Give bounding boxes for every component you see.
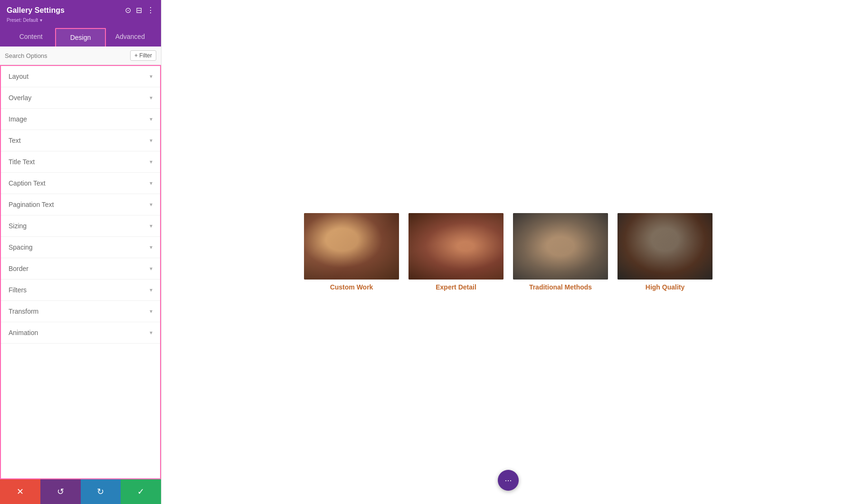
capture-icon[interactable]: ⊙ (125, 6, 131, 15)
sidebar-options-container: Layout ▾ Overlay ▾ Image ▾ Text ▾ Title … (0, 65, 161, 479)
gallery-caption-high-quality: High Quality (646, 283, 684, 291)
undo-button[interactable]: ↺ (40, 479, 81, 504)
sidebar-preset[interactable]: Preset: Default ▾ (7, 17, 154, 23)
tab-advanced[interactable]: Advanced (106, 28, 154, 47)
sidebar-bottom-bar: ✕ ↺ ↻ ✓ (0, 479, 161, 504)
chevron-down-icon: ▾ (150, 287, 152, 293)
chevron-down-icon: ▾ (150, 265, 152, 272)
sidebar-tabs: Content Design Advanced (7, 28, 154, 47)
gallery-caption-expert-detail: Expert Detail (436, 283, 476, 291)
option-overlay[interactable]: Overlay ▾ (1, 87, 160, 109)
option-filters[interactable]: Filters ▾ (1, 280, 160, 301)
preset-arrow-icon: ▾ (40, 18, 42, 23)
fab-button[interactable]: ··· (498, 470, 519, 491)
cancel-button[interactable]: ✕ (0, 479, 40, 504)
save-button[interactable]: ✓ (121, 479, 161, 504)
option-border[interactable]: Border ▾ (1, 258, 160, 280)
tab-content[interactable]: Content (7, 28, 55, 47)
main-content: Custom Work Expert Detail Traditional Me… (162, 0, 855, 504)
save-icon: ✓ (137, 486, 144, 497)
gallery-caption-traditional-methods: Traditional Methods (529, 283, 592, 291)
gallery-caption-custom-work: Custom Work (330, 283, 373, 291)
sidebar-search-row: + Filter (0, 47, 161, 65)
chevron-down-icon: ▾ (150, 308, 152, 315)
gallery-item-traditional-methods[interactable]: Traditional Methods (513, 213, 608, 291)
option-transform[interactable]: Transform ▾ (1, 301, 160, 322)
fab-dots-icon: ··· (504, 476, 512, 485)
sidebar: Gallery Settings ⊙ ⊟ ⋮ Preset: Default ▾… (0, 0, 162, 504)
gallery-image-custom-work (304, 213, 399, 280)
chevron-down-icon: ▾ (150, 223, 152, 229)
chevron-down-icon: ▾ (150, 201, 152, 208)
more-icon[interactable]: ⋮ (147, 6, 154, 15)
chevron-down-icon: ▾ (150, 73, 152, 80)
cancel-icon: ✕ (17, 486, 24, 497)
undo-icon: ↺ (57, 486, 64, 497)
chevron-down-icon: ▾ (150, 137, 152, 144)
chevron-down-icon: ▾ (150, 180, 152, 187)
gallery-image-high-quality (618, 213, 712, 280)
redo-button[interactable]: ↻ (81, 479, 121, 504)
chevron-down-icon: ▾ (150, 116, 152, 122)
redo-icon: ↻ (97, 486, 104, 497)
gallery-item-high-quality[interactable]: High Quality (618, 213, 712, 291)
option-caption-text[interactable]: Caption Text ▾ (1, 173, 160, 194)
layout-icon[interactable]: ⊟ (136, 6, 142, 15)
chevron-down-icon: ▾ (150, 329, 152, 336)
option-title-text[interactable]: Title Text ▾ (1, 151, 160, 173)
option-image[interactable]: Image ▾ (1, 109, 160, 130)
sidebar-title-row: Gallery Settings ⊙ ⊟ ⋮ (7, 6, 154, 15)
gallery-grid: Custom Work Expert Detail Traditional Me… (304, 213, 712, 291)
gallery-image-expert-detail (408, 213, 504, 280)
option-spacing[interactable]: Spacing ▾ (1, 237, 160, 258)
chevron-down-icon: ▾ (150, 159, 152, 165)
sidebar-header-icons: ⊙ ⊟ ⋮ (125, 6, 154, 15)
chevron-down-icon: ▾ (150, 94, 152, 101)
option-sizing[interactable]: Sizing ▾ (1, 215, 160, 237)
option-pagination-text[interactable]: Pagination Text ▾ (1, 194, 160, 215)
option-text[interactable]: Text ▾ (1, 130, 160, 151)
option-layout[interactable]: Layout ▾ (1, 66, 160, 87)
option-animation[interactable]: Animation ▾ (1, 322, 160, 344)
gallery-item-expert-detail[interactable]: Expert Detail (408, 213, 504, 291)
search-input[interactable] (5, 52, 127, 59)
filter-button[interactable]: + Filter (130, 50, 156, 61)
tab-design[interactable]: Design (55, 28, 105, 47)
sidebar-header: Gallery Settings ⊙ ⊟ ⋮ Preset: Default ▾… (0, 0, 161, 47)
sidebar-title: Gallery Settings (7, 6, 65, 15)
gallery-item-custom-work[interactable]: Custom Work (304, 213, 399, 291)
gallery-image-traditional-methods (513, 213, 608, 280)
chevron-down-icon: ▾ (150, 244, 152, 251)
